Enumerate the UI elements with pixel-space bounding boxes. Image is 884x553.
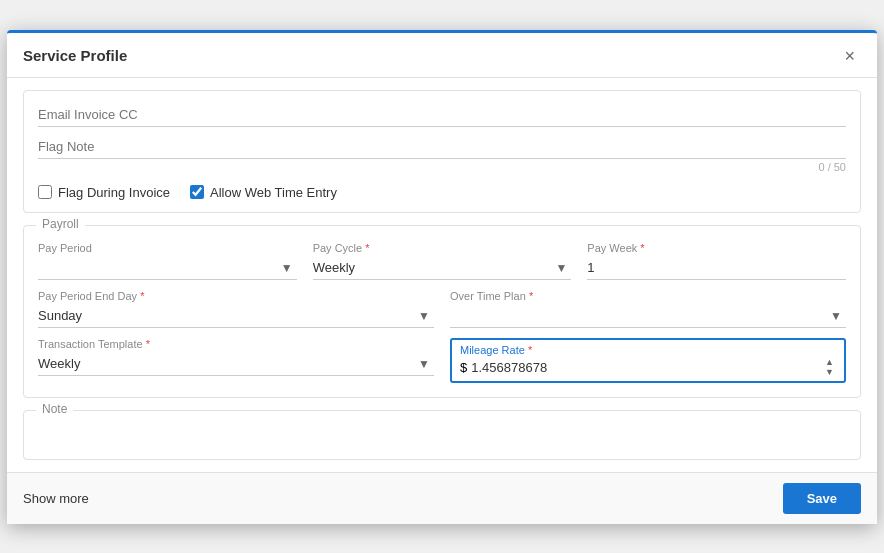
over-time-plan-select[interactable] (450, 304, 846, 328)
pay-week-required-marker: * (640, 242, 644, 254)
modal-header: Service Profile × (7, 33, 877, 78)
top-section: 0 / 50 Flag During Invoice Allow Web Tim… (23, 90, 861, 213)
mileage-rate-spinners: ▲ ▼ (823, 358, 836, 377)
pay-week-field: Pay Week * (587, 242, 846, 280)
transaction-template-select[interactable]: Weekly Bi-Weekly (38, 352, 434, 376)
flag-during-invoice-checkbox-label[interactable]: Flag During Invoice (38, 185, 170, 200)
flag-note-input[interactable] (38, 135, 846, 159)
mileage-rate-decrement-button[interactable]: ▼ (823, 368, 836, 377)
over-time-plan-select-wrapper: ▼ (450, 304, 846, 328)
pay-period-select[interactable] (38, 256, 297, 280)
payroll-legend: Payroll (36, 217, 85, 231)
email-invoice-cc-input[interactable] (38, 103, 846, 127)
allow-web-time-entry-checkbox-label[interactable]: Allow Web Time Entry (190, 185, 337, 200)
modal-body: 0 / 50 Flag During Invoice Allow Web Tim… (7, 78, 877, 472)
payroll-section: Payroll Pay Period ▼ Pay Cycle * (23, 225, 861, 398)
pay-cycle-select[interactable]: Weekly Bi-Weekly Monthly (313, 256, 572, 280)
service-profile-modal: Service Profile × 0 / 50 Flag During Inv… (7, 30, 877, 524)
pay-cycle-field: Pay Cycle * Weekly Bi-Weekly Monthly ▼ (313, 242, 572, 280)
mileage-rate-label: Mileage Rate * (460, 344, 836, 356)
allow-web-time-entry-checkbox[interactable] (190, 185, 204, 199)
transaction-template-select-wrapper: Weekly Bi-Weekly ▼ (38, 352, 434, 376)
mileage-rate-field: Mileage Rate * $ ▲ ▼ (450, 338, 846, 383)
close-button[interactable]: × (838, 45, 861, 67)
pay-cycle-required-marker: * (365, 242, 369, 254)
transaction-template-field: Transaction Template * Weekly Bi-Weekly … (38, 338, 434, 383)
pay-period-select-wrapper: ▼ (38, 256, 297, 280)
modal-title: Service Profile (23, 47, 127, 64)
payroll-row2: Pay Period End Day * Sunday Monday Tuesd… (38, 290, 846, 328)
pay-week-label: Pay Week * (587, 242, 846, 254)
show-more-button[interactable]: Show more (23, 487, 89, 510)
over-time-plan-field: Over Time Plan * ▼ (450, 290, 846, 328)
pay-period-end-day-label: Pay Period End Day * (38, 290, 434, 302)
pay-period-end-day-field: Pay Period End Day * Sunday Monday Tuesd… (38, 290, 434, 328)
email-invoice-cc-field (38, 103, 846, 127)
mileage-rate-increment-button[interactable]: ▲ (823, 358, 836, 367)
char-count: 0 / 50 (38, 161, 846, 173)
allow-web-time-entry-label: Allow Web Time Entry (210, 185, 337, 200)
pay-period-field: Pay Period ▼ (38, 242, 297, 280)
pay-cycle-label: Pay Cycle * (313, 242, 572, 254)
payroll-row1: Pay Period ▼ Pay Cycle * (38, 242, 846, 280)
note-section: Note (23, 410, 861, 460)
transaction-template-required-marker: * (146, 338, 150, 350)
mileage-rate-required-marker: * (528, 344, 532, 356)
pay-period-end-day-select-wrapper: Sunday Monday Tuesday Wednesday Thursday… (38, 304, 434, 328)
flag-during-invoice-label: Flag During Invoice (58, 185, 170, 200)
pay-week-input[interactable] (587, 256, 846, 280)
pay-period-end-day-select[interactable]: Sunday Monday Tuesday Wednesday Thursday… (38, 304, 434, 328)
modal-footer: Show more Save (7, 472, 877, 524)
mileage-rate-input[interactable] (471, 360, 819, 375)
pay-period-label: Pay Period (38, 242, 297, 254)
mileage-rate-prefix: $ (460, 360, 467, 375)
over-time-plan-label: Over Time Plan * (450, 290, 846, 302)
over-time-plan-required-marker: * (529, 290, 533, 302)
pay-period-end-day-required-marker: * (140, 290, 144, 302)
flag-during-invoice-checkbox[interactable] (38, 185, 52, 199)
mileage-input-row: $ ▲ ▼ (460, 358, 836, 377)
note-legend: Note (36, 402, 73, 416)
save-button[interactable]: Save (783, 483, 861, 514)
transaction-template-label: Transaction Template * (38, 338, 434, 350)
flag-note-field: 0 / 50 (38, 135, 846, 173)
checkboxes-row: Flag During Invoice Allow Web Time Entry (38, 185, 846, 200)
payroll-row3: Transaction Template * Weekly Bi-Weekly … (38, 338, 846, 383)
pay-cycle-select-wrapper: Weekly Bi-Weekly Monthly ▼ (313, 256, 572, 280)
